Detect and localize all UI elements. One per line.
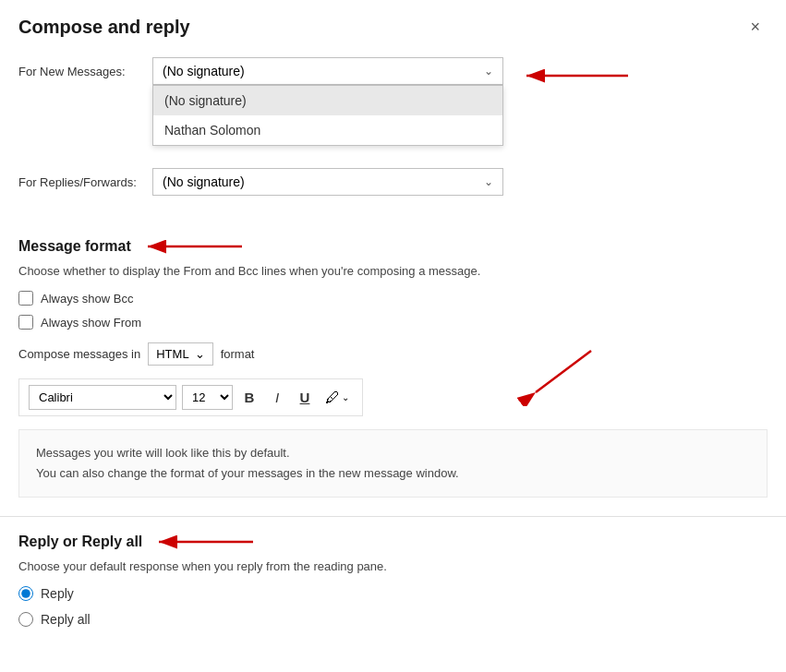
reply-all-radio[interactable]	[18, 612, 33, 627]
font-toolbar: Calibri 12 B I U 🖊 ⌄	[18, 378, 363, 416]
replies-chevron-icon: ⌄	[484, 175, 493, 188]
signature-dropdown: (No signature) Nathan Solomon	[152, 85, 503, 146]
dialog-header: Compose and reply ×	[0, 0, 786, 48]
new-messages-row: For New Messages: (No signature) ⌄ (No s…	[18, 57, 768, 85]
reply-all-radio-row: Reply all	[18, 612, 768, 627]
reply-section: Reply or Reply all Choose your default r…	[0, 517, 786, 653]
new-messages-label: For New Messages:	[18, 65, 152, 78]
highlight-button[interactable]: 🖊 ⌄	[321, 388, 353, 408]
replies-select[interactable]: (No signature) ⌄	[152, 168, 503, 196]
preview-line2: You can also change the format of your m…	[36, 463, 750, 484]
format-chevron-icon: ⌄	[195, 347, 205, 361]
dialog-title: Compose and reply	[18, 17, 190, 38]
reply-all-radio-label[interactable]: Reply all	[41, 612, 91, 627]
preview-box: Messages you write will look like this b…	[18, 429, 768, 498]
italic-button[interactable]: I	[266, 388, 288, 407]
dropdown-item-no-signature[interactable]: (No signature)	[153, 86, 502, 115]
reply-title-text: Reply or Reply all	[18, 534, 142, 550]
message-format-title: Message format	[18, 236, 768, 257]
close-button[interactable]: ×	[743, 15, 768, 39]
arrow-message-format	[140, 236, 251, 257]
replies-value: (No signature)	[163, 174, 245, 189]
message-format-desc: Choose whether to display the From and B…	[18, 264, 768, 278]
always-show-bcc-label[interactable]: Always show Bcc	[41, 292, 133, 306]
message-format-title-text: Message format	[18, 238, 131, 255]
arrow-new-messages	[517, 63, 637, 89]
compose-messages-label: Compose messages in	[18, 347, 140, 361]
highlight-icon: 🖊	[325, 390, 340, 406]
reply-radio[interactable]	[18, 586, 33, 601]
replies-label: For Replies/Forwards:	[18, 175, 152, 189]
always-show-bcc-row: Always show Bcc	[18, 291, 768, 306]
font-family-select[interactable]: Calibri	[29, 385, 176, 410]
dropdown-item-nathan[interactable]: Nathan Solomon	[153, 115, 502, 145]
arrow-reply-section	[151, 532, 262, 552]
signature-section: For New Messages: (No signature) ⌄ (No s…	[0, 48, 786, 227]
font-size-select[interactable]: 12	[182, 385, 233, 410]
chevron-down-icon: ⌄	[484, 65, 493, 78]
replies-row: For Replies/Forwards: (No signature) ⌄	[18, 168, 768, 196]
format-suffix: format	[221, 347, 255, 361]
compose-format-row: Compose messages in HTML ⌄ format	[18, 342, 768, 366]
preview-line1: Messages you write will look like this b…	[36, 443, 750, 463]
format-value: HTML	[156, 347, 188, 361]
always-show-bcc-checkbox[interactable]	[18, 291, 33, 306]
message-format-section: Message format Choose whether to display…	[0, 227, 786, 517]
new-messages-value: (No signature)	[163, 64, 245, 78]
always-show-from-label[interactable]: Always show From	[41, 316, 141, 330]
format-dropdown[interactable]: HTML ⌄	[148, 342, 212, 366]
arrow-font-toolbar	[517, 342, 600, 406]
svg-line-5	[536, 351, 591, 392]
reply-radio-row: Reply	[18, 586, 768, 601]
new-messages-select-wrapper: (No signature) ⌄ (No signature) Nathan S…	[152, 57, 503, 85]
always-show-from-checkbox[interactable]	[18, 315, 33, 330]
reply-radio-label[interactable]: Reply	[41, 586, 74, 601]
bold-button[interactable]: B	[238, 388, 260, 407]
highlight-chevron-icon: ⌄	[342, 392, 349, 402]
compose-reply-dialog: Compose and reply × For New Messages: (N…	[0, 0, 786, 672]
always-show-from-row: Always show From	[18, 315, 768, 330]
reply-section-desc: Choose your default response when you re…	[18, 559, 768, 573]
reply-section-title: Reply or Reply all	[18, 532, 768, 552]
underline-button[interactable]: U	[294, 388, 316, 407]
new-messages-select[interactable]: (No signature) ⌄	[152, 57, 503, 85]
